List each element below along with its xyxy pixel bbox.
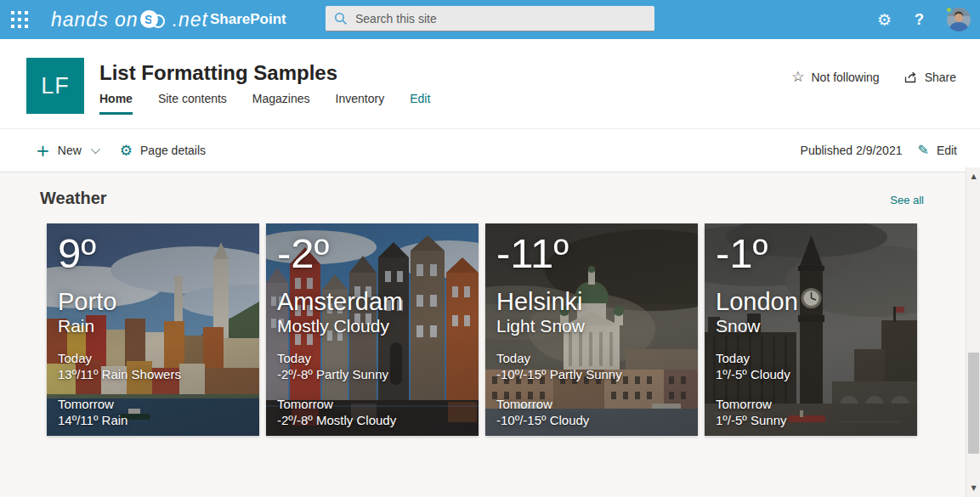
tenant-logo-text-post: .net: [173, 8, 208, 31]
search-icon: [334, 12, 348, 25]
today-forecast: -2º/-8º Partly Sunny: [277, 366, 467, 382]
site-search-box[interactable]: [326, 6, 654, 31]
condition: Snow: [716, 316, 905, 336]
suite-bar: hands on S .net SharePoint ⚙ ?: [0, 0, 980, 39]
share-icon: [904, 71, 918, 84]
sharepoint-app-name[interactable]: SharePoint: [210, 11, 286, 28]
today-forecast: -10º/-15º Partly Sunny: [496, 366, 686, 382]
pencil-icon: ✎: [917, 144, 928, 157]
nav-item-magazines[interactable]: Magazines: [252, 92, 310, 115]
nav-item-home[interactable]: Home: [99, 92, 133, 115]
share-button[interactable]: Share: [904, 71, 956, 84]
help-icon[interactable]: ?: [915, 11, 924, 29]
weather-card-porto[interactable]: 9º Porto Rain Today 13º/11º Rain Showers…: [47, 223, 259, 436]
today-label: Today: [58, 350, 247, 366]
section-title: Weather: [40, 189, 107, 208]
today-label: Today: [716, 350, 905, 366]
tomorrow-label: Tomorrow: [716, 396, 905, 412]
published-status: Published 2/9/2021: [801, 144, 903, 157]
temperature: 9º: [58, 229, 247, 278]
tenant-logo-text-pre: hands on: [51, 8, 139, 31]
presence-available-icon: [945, 6, 953, 14]
edit-page-button[interactable]: ✎ Edit: [917, 144, 957, 157]
suite-bar-actions: ⚙ ?: [877, 0, 971, 39]
avatar[interactable]: [947, 8, 971, 31]
city-name: Porto: [58, 288, 247, 316]
nav-item-site-contents[interactable]: Site contents: [158, 92, 227, 115]
weather-section-header: Weather See all: [40, 189, 924, 208]
temperature: -2º: [277, 229, 467, 278]
today-forecast: 1º/-5º Cloudy: [716, 366, 905, 382]
condition: Light Snow: [496, 316, 686, 336]
tomorrow-forecast: -2º/-8º Mostly Cloudy: [277, 412, 467, 428]
weather-card-amsterdam[interactable]: -2º Amsterdam Mostly Cloudy Today -2º/-8…: [266, 223, 479, 436]
site-header: LF List Formatting Samples Home Site con…: [0, 39, 980, 128]
today-label: Today: [277, 350, 467, 366]
tomorrow-forecast: -10º/-15º Cloudy: [496, 412, 686, 428]
tomorrow-label: Tomorrow: [58, 396, 247, 412]
nav-edit-link[interactable]: Edit: [410, 92, 430, 115]
today-forecast: 13º/11º Rain Showers: [58, 366, 247, 382]
tenant-logo[interactable]: hands on S .net: [51, 5, 208, 34]
scrollbar-thumb[interactable]: [968, 353, 979, 454]
tomorrow-forecast: 14º/11º Rain: [58, 412, 247, 428]
settings-gear-icon[interactable]: ⚙: [877, 12, 892, 28]
city-name: Helsinki: [496, 288, 686, 316]
page-details-button[interactable]: ⚙ Page details: [120, 144, 206, 158]
tomorrow-label: Tomorrow: [496, 396, 686, 412]
site-title[interactable]: List Formatting Samples: [99, 61, 337, 85]
site-nav: Home Site contents Magazines Inventory E…: [99, 92, 430, 115]
page-details-gear-icon: ⚙: [120, 144, 133, 158]
temperature: -11º: [496, 229, 686, 278]
weather-card-helsinki[interactable]: -11º Helsinki Light Snow Today -10º/-15º…: [485, 223, 698, 436]
today-label: Today: [496, 350, 686, 366]
city-name: Amsterdam: [277, 288, 467, 316]
search-input[interactable]: [355, 12, 646, 25]
tomorrow-label: Tomorrow: [277, 396, 467, 412]
scroll-up-icon[interactable]: ▲: [966, 169, 980, 184]
page-content: Weather See all: [0, 172, 966, 497]
vertical-scrollbar[interactable]: ▲ ▼: [966, 167, 980, 497]
tomorrow-forecast: 1º/-5º Sunny: [716, 412, 905, 428]
site-header-actions: ☆ Not following Share: [791, 70, 956, 84]
city-name: London: [716, 288, 905, 316]
nav-item-inventory[interactable]: Inventory: [336, 92, 385, 115]
chevron-down-icon: [91, 144, 100, 154]
plus-icon: +: [36, 142, 50, 159]
weather-card-london[interactable]: -1º London Snow Today 1º/-5º Cloudy Tomo…: [705, 223, 917, 436]
site-logo[interactable]: LF: [26, 58, 84, 114]
see-all-link[interactable]: See all: [890, 194, 924, 206]
new-button[interactable]: + New: [36, 142, 98, 159]
condition: Mostly Cloudy: [277, 316, 467, 336]
command-bar: + New ⚙ Page details Published 2/9/2021 …: [0, 128, 980, 172]
follow-button[interactable]: ☆ Not following: [791, 70, 879, 84]
star-icon: ☆: [791, 70, 804, 84]
app-launcher-waffle-icon[interactable]: [11, 11, 28, 28]
condition: Rain: [58, 316, 247, 336]
scroll-down-icon[interactable]: ▼: [966, 481, 980, 495]
temperature: -1º: [716, 229, 905, 278]
weather-cards-row: 9º Porto Rain Today 13º/11º Rain Showers…: [47, 223, 917, 436]
sharepoint-logo-icon: S: [140, 9, 171, 30]
